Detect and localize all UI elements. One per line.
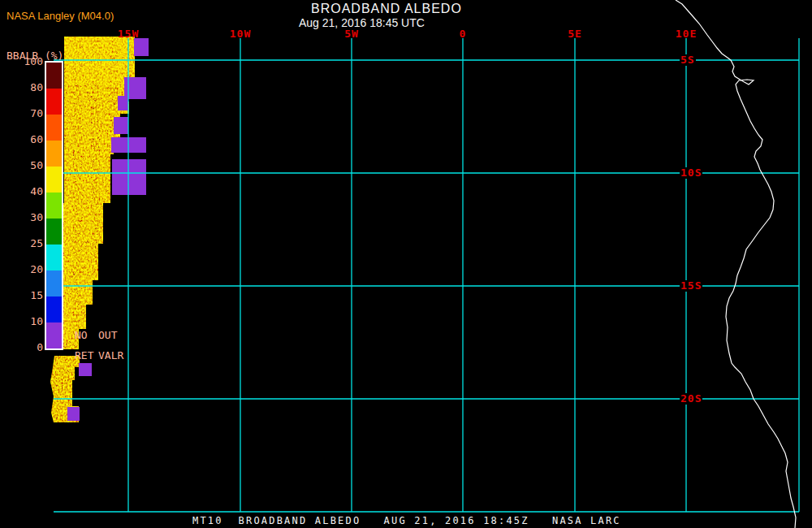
colorbar xyxy=(45,61,63,350)
colorbar-tick: 100 xyxy=(0,56,43,67)
colorbar-segment xyxy=(46,219,62,245)
map-plot xyxy=(0,0,812,528)
flag-line: RET xyxy=(75,345,93,366)
flag-line: VALR xyxy=(98,345,123,366)
no-retrieval-patch xyxy=(118,96,128,110)
no-retrieval-patch xyxy=(124,77,146,99)
colorbar-segment xyxy=(46,89,62,115)
colorbar-segment xyxy=(46,193,62,219)
lat-label-15S: 15S xyxy=(680,280,702,292)
out-valid-range-flag-label: OUT VALR xyxy=(98,325,123,366)
flag-line: OUT xyxy=(98,325,123,345)
lon-label-10E: 10E xyxy=(676,28,697,40)
lat-label-10S: 10S xyxy=(680,167,702,179)
page-title: BROADBAND ALBEDO xyxy=(311,2,462,16)
lon-label-10W: 10W xyxy=(230,28,251,40)
colorbar-segment xyxy=(46,296,62,322)
colorbar-segment xyxy=(46,115,62,141)
timestamp-subtitle: Aug 21, 2016 18:45 UTC xyxy=(299,16,425,29)
no-retrieval-flag-label: NO RET xyxy=(75,325,93,366)
colorbar-segment xyxy=(46,167,62,193)
colorbar-tick: 10 xyxy=(0,316,43,327)
latlon-gridlines-layer xyxy=(54,38,799,512)
colorbar-tick: 40 xyxy=(0,186,43,197)
colorbar-segment xyxy=(46,141,62,167)
colorbar-tick: 20 xyxy=(0,264,43,275)
colorbar-segment xyxy=(46,270,62,296)
no-retrieval-patch xyxy=(112,159,146,195)
lat-label-20S: 20S xyxy=(680,393,702,405)
colorbar-tick: 15 xyxy=(0,290,43,301)
colorbar-tick: 50 xyxy=(0,160,43,171)
colorbar-tick: 0 xyxy=(0,342,43,353)
colorbar-tick-labels: 100807060504030252015100 xyxy=(0,0,43,406)
lon-label-15W: 15W xyxy=(118,28,139,40)
no-retrieval-patch xyxy=(114,117,128,134)
colorbar-segment xyxy=(46,322,62,348)
colorbar-tick: 25 xyxy=(0,238,43,249)
status-bar-text: MT10 BROADBAND ALBEDO AUG 21, 2016 18:45… xyxy=(192,515,621,526)
colorbar-tick: 80 xyxy=(0,82,43,93)
lat-label-5S: 5S xyxy=(680,54,696,66)
flag-line: NO xyxy=(75,325,93,345)
colorbar-tick: 70 xyxy=(0,108,43,119)
no-retrieval-patch xyxy=(134,38,149,56)
colorbar-segment xyxy=(46,63,62,89)
coastline-layer xyxy=(676,0,796,528)
colorbar-tick: 30 xyxy=(0,212,43,223)
satellite-product-screen: NASA Langley (M04.0) BROADBAND ALBEDO Au… xyxy=(0,0,812,528)
colorbar-tick: 60 xyxy=(0,134,43,145)
lon-label-5W: 5W xyxy=(344,28,359,40)
colorbar-segment xyxy=(46,245,62,270)
swath-bright-band xyxy=(64,37,135,85)
lon-label-5E: 5E xyxy=(568,28,582,40)
no-retrieval-patch xyxy=(67,407,80,421)
coastline xyxy=(676,0,796,528)
lon-label-0: 0 xyxy=(460,28,467,40)
